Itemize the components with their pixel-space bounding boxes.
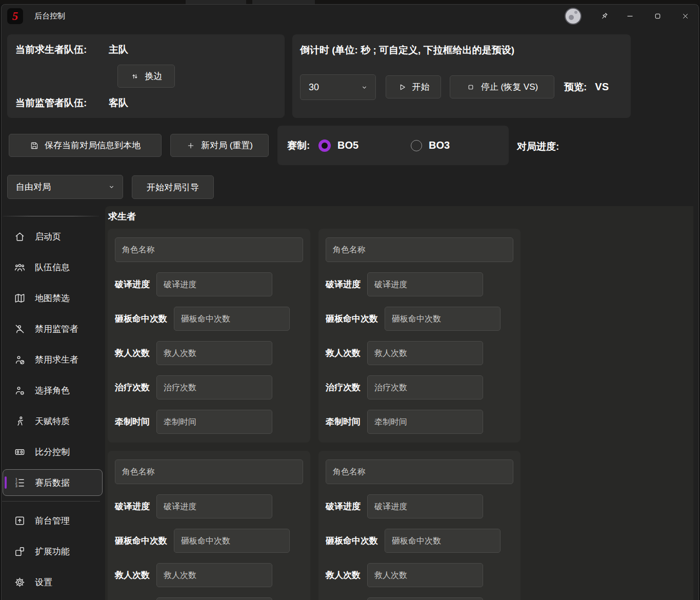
match-progress-label: 对局进度: xyxy=(517,140,559,153)
heals-input[interactable] xyxy=(367,597,483,600)
map-icon xyxy=(14,292,26,304)
sidebar-item-frontend-manage[interactable]: 前台管理 xyxy=(3,508,103,533)
decode-progress-label: 破译进度 xyxy=(115,278,150,290)
sidebar: 启动页队伍信息地图禁选禁用监管者禁用求生者选择角色天赋特质比分控制赛后数据 前台… xyxy=(0,206,105,600)
match-mode-select[interactable]: 自由对局 xyxy=(7,175,123,199)
radio-icon xyxy=(318,139,331,152)
main-panel: 求生者 破译进度砸板命中次数救人次数治疗次数牵制时间破译进度砸板命中次数救人次数… xyxy=(105,206,693,600)
decode-progress-input[interactable] xyxy=(367,272,483,296)
start-guide-label: 开始对局引导 xyxy=(147,182,199,193)
sidebar-item-start-page[interactable]: 启动页 xyxy=(3,224,103,249)
plus-icon xyxy=(186,141,195,150)
field-row: 牵制时间 xyxy=(326,410,513,434)
window-title: 后台控制 xyxy=(34,11,65,21)
rescues-label: 救人次数 xyxy=(115,347,150,359)
rescues-input[interactable] xyxy=(367,341,483,365)
kite-time-label: 牵制时间 xyxy=(115,416,150,428)
save-match-label: 保存当前对局信息到本地 xyxy=(45,139,141,151)
chevron-down-icon xyxy=(361,84,368,91)
format-option-label: BO3 xyxy=(429,139,450,151)
decode-progress-input[interactable] xyxy=(367,494,483,518)
hunter-team-value: 客队 xyxy=(109,96,128,110)
maximize-icon xyxy=(653,12,662,21)
sidebar-item-settings[interactable]: 设置 xyxy=(3,570,103,594)
swap-sides-button[interactable]: 换边 xyxy=(117,65,175,88)
pallet-hits-input[interactable] xyxy=(385,307,501,331)
pallet-hits-label: 砸板命中次数 xyxy=(326,313,378,325)
decode-progress-input[interactable] xyxy=(156,494,272,518)
sidebar-item-label: 选择角色 xyxy=(35,385,70,396)
minimize-button[interactable] xyxy=(616,4,644,28)
sidebar-item-survivor-ban[interactable]: 禁用求生者 xyxy=(3,347,103,372)
heals-input[interactable] xyxy=(156,597,272,600)
field-row: 救人次数 xyxy=(326,341,513,365)
swap-icon xyxy=(130,72,139,81)
rescues-label: 救人次数 xyxy=(326,569,361,581)
team-panel: 当前求生者队伍: 主队 换边 当前监管者队伍: 客队 xyxy=(7,34,285,118)
decode-progress-input[interactable] xyxy=(156,272,272,296)
talent-icon xyxy=(14,415,26,427)
pallet-hits-label: 砸板命中次数 xyxy=(115,535,167,547)
field-row: 破译进度 xyxy=(115,494,303,518)
field-row: 治疗次数 xyxy=(115,375,303,399)
swap-sides-label: 换边 xyxy=(145,70,163,82)
gear-icon xyxy=(14,576,26,588)
character-name-input[interactable] xyxy=(115,459,303,484)
field-row: 砸板命中次数 xyxy=(115,529,303,553)
preview-label: 预览: xyxy=(564,81,587,94)
sidebar-item-extensions[interactable]: 扩展功能 xyxy=(3,539,103,564)
pallet-hits-input[interactable] xyxy=(174,307,290,331)
sidebar-item-team-info[interactable]: 队伍信息 xyxy=(3,255,103,279)
score-control-icon xyxy=(14,446,26,458)
heals-input[interactable] xyxy=(367,375,483,399)
user-avatar[interactable] xyxy=(565,8,582,25)
survivor-card: 破译进度砸板命中次数救人次数治疗次数牵制时间 xyxy=(108,229,310,443)
format-panel: 赛制: BO5 BO3 xyxy=(277,126,509,165)
decode-progress-label: 破译进度 xyxy=(326,501,361,512)
pallet-hits-input[interactable] xyxy=(385,529,501,553)
background-window-sliver xyxy=(0,0,700,4)
preview-value: VS xyxy=(595,81,609,93)
field-row: 砸板命中次数 xyxy=(326,307,513,331)
countdown-preset-select[interactable]: 30 xyxy=(300,74,376,100)
format-option-bo5[interactable]: BO5 xyxy=(318,126,358,165)
field-row: 破译进度 xyxy=(115,272,303,296)
sidebar-item-post-match-data[interactable]: 赛后数据 xyxy=(3,469,103,496)
rescues-input[interactable] xyxy=(367,563,483,587)
sidebar-item-map-ban[interactable]: 地图禁选 xyxy=(3,286,103,310)
sidebar-footer: 前台管理扩展功能设置 xyxy=(0,508,105,600)
kite-time-input[interactable] xyxy=(156,410,272,434)
new-match-button[interactable]: 新对局 (重置) xyxy=(170,134,269,157)
pallet-hits-label: 砸板命中次数 xyxy=(115,313,167,325)
start-countdown-button[interactable]: 开始 xyxy=(386,75,441,98)
character-name-input[interactable] xyxy=(326,237,513,262)
background-window-fragment xyxy=(252,0,315,4)
countdown-panel: 倒计时 (单位: 秒 ; 可自定义, 下拉框给出的是预设) 30 开始 停止 (… xyxy=(292,34,631,118)
sidebar-item-score-control[interactable]: 比分控制 xyxy=(3,439,103,464)
format-option-bo3[interactable]: BO3 xyxy=(411,126,450,165)
rescues-input[interactable] xyxy=(156,563,272,587)
titlebar: 5 后台控制 xyxy=(1,4,699,28)
heals-input[interactable] xyxy=(156,375,272,399)
pin-button[interactable] xyxy=(592,4,616,28)
save-match-button[interactable]: 保存当前对局信息到本地 xyxy=(9,134,162,157)
character-name-input[interactable] xyxy=(115,237,303,262)
sidebar-item-label: 前台管理 xyxy=(35,515,70,527)
field-row: 救人次数 xyxy=(115,341,303,365)
pallet-hits-input[interactable] xyxy=(174,529,290,553)
stop-countdown-button[interactable]: 停止 (恢复 VS) xyxy=(450,75,554,98)
close-button[interactable] xyxy=(671,4,699,28)
character-name-input[interactable] xyxy=(326,459,513,484)
sidebar-item-select-character[interactable]: 选择角色 xyxy=(3,378,103,403)
rescues-input[interactable] xyxy=(156,341,272,365)
match-mode-value: 自由对局 xyxy=(16,181,51,193)
kite-time-input[interactable] xyxy=(367,410,483,434)
sidebar-item-talent-trait[interactable]: 天赋特质 xyxy=(3,409,103,433)
start-countdown-label: 开始 xyxy=(412,81,430,93)
maximize-button[interactable] xyxy=(644,4,671,28)
start-guide-button[interactable]: 开始对局引导 xyxy=(132,175,214,199)
format-label: 赛制: xyxy=(287,126,310,165)
survivor-card: 破译进度砸板命中次数救人次数治疗次数牵制时间 xyxy=(318,451,521,600)
survivor-team-label: 当前求生者队伍: xyxy=(15,43,87,56)
sidebar-item-hunter-ban[interactable]: 禁用监管者 xyxy=(3,316,103,341)
